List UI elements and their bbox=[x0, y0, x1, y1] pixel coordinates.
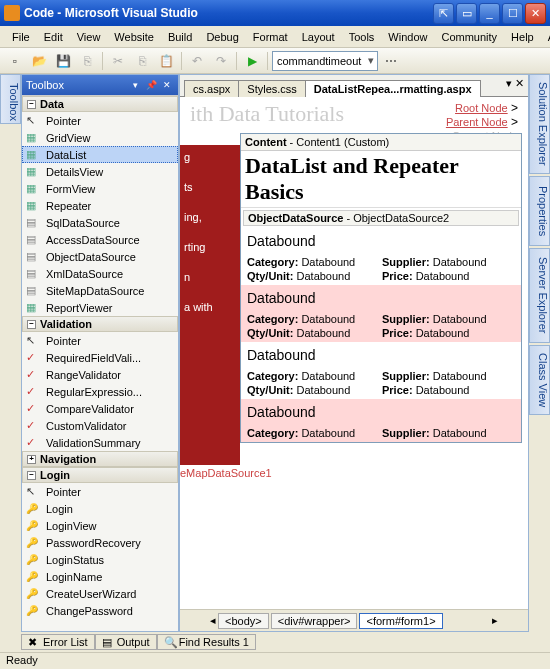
toolbox-item-regexvalidator[interactable]: RegularExpressio... bbox=[22, 383, 178, 400]
find-icon: 🔍 bbox=[164, 636, 176, 648]
more-button[interactable]: ⋯ bbox=[380, 50, 402, 72]
menu-community[interactable]: Community bbox=[435, 29, 503, 45]
cut-button[interactable]: ✂ bbox=[107, 50, 129, 72]
menu-layout[interactable]: Layout bbox=[296, 29, 341, 45]
doc-tab-close[interactable]: ▾ ✕ bbox=[506, 77, 524, 90]
undo-button[interactable]: ↶ bbox=[186, 50, 208, 72]
menu-edit[interactable]: Edit bbox=[38, 29, 69, 45]
menu-format[interactable]: Format bbox=[247, 29, 294, 45]
pointer-icon bbox=[26, 334, 42, 347]
toolbox-item-pointer[interactable]: Pointer bbox=[22, 112, 178, 129]
toolbox-item-pointer-3[interactable]: Pointer bbox=[22, 483, 178, 500]
toolbox-pin-button[interactable]: 📌 bbox=[144, 78, 158, 92]
menu-website[interactable]: Website bbox=[108, 29, 160, 45]
compare-icon bbox=[26, 402, 42, 415]
toolbox-panel: Toolbox ▾ 📌 ✕ −Data Pointer GridView Dat… bbox=[21, 74, 179, 632]
minimize-button[interactable]: _ bbox=[479, 3, 500, 24]
save-button[interactable]: 💾 bbox=[52, 50, 74, 72]
toolbox-item-rangevalidator[interactable]: RangeValidator bbox=[22, 366, 178, 383]
toolbox-item-detailsview[interactable]: DetailsView bbox=[22, 163, 178, 180]
aux-button-1[interactable]: ⇱ bbox=[433, 3, 454, 24]
tag-nav-next[interactable]: ▸ bbox=[492, 614, 498, 627]
status-text: Ready bbox=[6, 654, 38, 666]
solution-explorer-tab[interactable]: Solution Explorer bbox=[529, 74, 550, 174]
doc-tab-2[interactable]: Styles.css bbox=[238, 80, 306, 97]
toolbox-item-loginstatus[interactable]: LoginStatus bbox=[22, 551, 178, 568]
toolbox-item-pointer-2[interactable]: Pointer bbox=[22, 332, 178, 349]
toolbox-item-loginview[interactable]: LoginView bbox=[22, 517, 178, 534]
toolbox-header[interactable]: Toolbox ▾ 📌 ✕ bbox=[22, 75, 178, 95]
menu-help[interactable]: Help bbox=[505, 29, 540, 45]
toolbox-item-repeater[interactable]: Repeater bbox=[22, 197, 178, 214]
sitemapdatasource-icon bbox=[26, 284, 42, 297]
run-button[interactable]: ▶ bbox=[241, 50, 263, 72]
toolbox-item-formview[interactable]: FormView bbox=[22, 180, 178, 197]
breadcrumb-root[interactable]: Root Node bbox=[455, 102, 508, 114]
toolbox-item-requiredfield[interactable]: RequiredFieldVali... bbox=[22, 349, 178, 366]
toolbox-item-loginname[interactable]: LoginName bbox=[22, 568, 178, 585]
content-placeholder[interactable]: Content - Content1 (Custom) DataList and… bbox=[240, 133, 522, 443]
toolbox-dropdown-button[interactable]: ▾ bbox=[128, 78, 142, 92]
paste-button[interactable]: 📋 bbox=[155, 50, 177, 72]
toolbox-item-gridview[interactable]: GridView bbox=[22, 129, 178, 146]
toolbox-group-validation[interactable]: −Validation bbox=[22, 316, 178, 332]
tag-wrapper[interactable]: <div#wrapper> bbox=[271, 613, 358, 629]
tab-output[interactable]: ▤Output bbox=[95, 634, 157, 650]
toolbox-item-sitemapdatasource[interactable]: SiteMapDataSource bbox=[22, 282, 178, 299]
properties-tab[interactable]: Properties bbox=[529, 176, 550, 246]
toolbox-item-sqldatasource[interactable]: SqlDataSource bbox=[22, 214, 178, 231]
menu-window[interactable]: Window bbox=[382, 29, 433, 45]
toolbox-item-validationsummary[interactable]: ValidationSummary bbox=[22, 434, 178, 451]
tag-body[interactable]: <body> bbox=[218, 613, 269, 629]
menu-addins[interactable]: Addins bbox=[542, 29, 550, 45]
rangevalidator-icon bbox=[26, 368, 42, 381]
toolbox-item-changepassword[interactable]: ChangePassword bbox=[22, 602, 178, 619]
menu-view[interactable]: View bbox=[71, 29, 107, 45]
tag-nav-prev[interactable]: ◂ bbox=[210, 614, 216, 627]
toolbox-item-createuserwizard[interactable]: CreateUserWizard bbox=[22, 585, 178, 602]
menu-file[interactable]: File bbox=[6, 29, 36, 45]
summary-icon bbox=[26, 436, 42, 449]
server-explorer-tab[interactable]: Server Explorer bbox=[529, 248, 550, 343]
reportviewer-icon bbox=[26, 301, 42, 314]
toolbox-close-button[interactable]: ✕ bbox=[160, 78, 174, 92]
close-button[interactable]: ✕ bbox=[525, 3, 546, 24]
toolbox-item-xmldatasource[interactable]: XmlDataSource bbox=[22, 265, 178, 282]
toolbox-group-navigation[interactable]: +Navigation bbox=[22, 451, 178, 467]
doc-tab-3[interactable]: DataListRepea...rmatting.aspx bbox=[305, 80, 481, 97]
aux-button-2[interactable]: ▭ bbox=[456, 3, 477, 24]
datalist-icon bbox=[26, 148, 42, 161]
toolbox-item-customvalidator[interactable]: CustomValidator bbox=[22, 417, 178, 434]
tag-form[interactable]: <form#form1> bbox=[359, 613, 442, 629]
save-all-button[interactable]: ⎘ bbox=[76, 50, 98, 72]
toolbox-group-login[interactable]: −Login bbox=[22, 467, 178, 483]
maximize-button[interactable]: ☐ bbox=[502, 3, 523, 24]
toolbox-item-accessdatasource[interactable]: AccessDataSource bbox=[22, 231, 178, 248]
tab-error-list[interactable]: ✖Error List bbox=[21, 634, 95, 650]
toolbox-group-data[interactable]: −Data bbox=[22, 96, 178, 112]
objectdatasource-label[interactable]: ObjectDataSource - ObjectDataSource2 bbox=[243, 210, 519, 226]
toolbox-item-objectdatasource[interactable]: ObjectDataSource bbox=[22, 248, 178, 265]
requiredfield-icon bbox=[26, 351, 42, 364]
menu-debug[interactable]: Debug bbox=[200, 29, 244, 45]
tab-find-results[interactable]: 🔍Find Results 1 bbox=[157, 634, 256, 650]
open-button[interactable]: 📂 bbox=[28, 50, 50, 72]
new-button[interactable]: ▫ bbox=[4, 50, 26, 72]
design-surface[interactable]: ith Data Tutorials Root Node > Parent No… bbox=[180, 97, 528, 609]
copy-button[interactable]: ⎘ bbox=[131, 50, 153, 72]
toolbox-item-reportviewer[interactable]: ReportViewer bbox=[22, 299, 178, 316]
toolbox-tab[interactable]: Toolbox bbox=[0, 74, 21, 124]
find-combo[interactable]: commandtimeout bbox=[272, 51, 378, 71]
status-bar: Ready bbox=[0, 652, 550, 669]
doc-tab-1[interactable]: cs.aspx bbox=[184, 80, 239, 97]
menu-tools[interactable]: Tools bbox=[343, 29, 381, 45]
toolbox-item-login[interactable]: Login bbox=[22, 500, 178, 517]
toolbox-item-passwordrecovery[interactable]: PasswordRecovery bbox=[22, 534, 178, 551]
toolbox-item-comparevalidator[interactable]: CompareValidator bbox=[22, 400, 178, 417]
redo-button[interactable]: ↷ bbox=[210, 50, 232, 72]
toolbox-item-datalist[interactable]: DataList bbox=[22, 146, 178, 163]
tag-navigator: ◂ <body> <div#wrapper> <form#form1> ▸ bbox=[180, 609, 528, 631]
class-view-tab[interactable]: Class View bbox=[529, 345, 550, 415]
breadcrumb-parent[interactable]: Parent Node bbox=[446, 116, 508, 128]
menu-build[interactable]: Build bbox=[162, 29, 198, 45]
